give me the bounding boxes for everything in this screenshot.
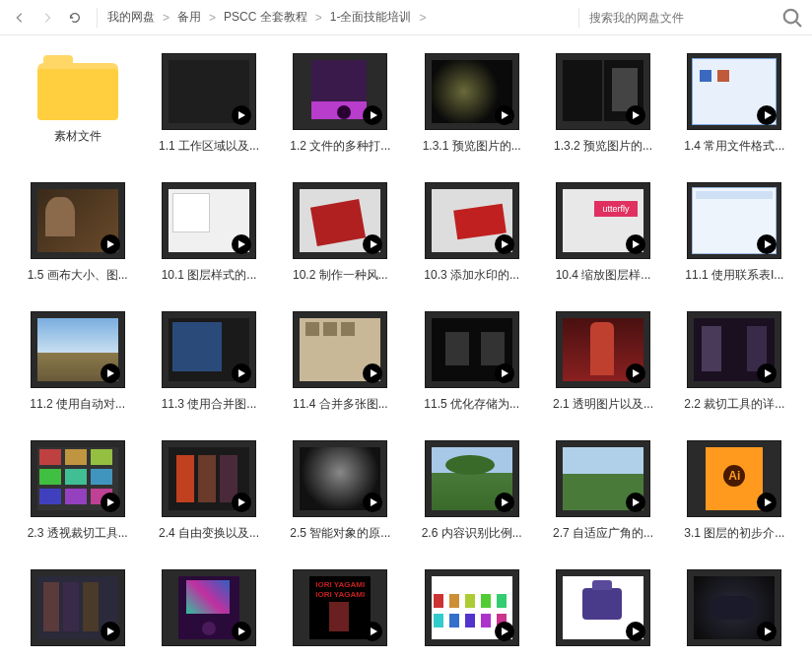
- breadcrumb-item[interactable]: 1-全面技能培训: [330, 9, 412, 26]
- item-label: 10.2 制作一种风...: [286, 267, 394, 284]
- video-thumbnail[interactable]: Ai: [687, 440, 781, 517]
- video-thumbnail[interactable]: [425, 53, 519, 130]
- play-icon: [626, 105, 645, 125]
- nav-back-button[interactable]: [8, 6, 32, 30]
- video-thumbnail[interactable]: [162, 53, 256, 130]
- play-icon: [495, 622, 514, 641]
- refresh-button[interactable]: [63, 6, 87, 30]
- video-item[interactable]: 1.5 画布大小、图...: [20, 182, 135, 284]
- video-item[interactable]: 2.1 透明图片以及...: [545, 311, 660, 413]
- item-label: 1.5 画布大小、图...: [24, 267, 132, 284]
- video-thumbnail[interactable]: [556, 440, 650, 517]
- video-thumbnail[interactable]: [31, 569, 125, 646]
- search-input[interactable]: [589, 11, 777, 25]
- play-icon: [626, 363, 645, 383]
- item-label: 1.2 文件的多种打...: [286, 138, 394, 155]
- play-icon: [626, 622, 645, 641]
- video-item[interactable]: 1.3.2 预览图片的...: [545, 53, 660, 155]
- video-thumbnail[interactable]: [556, 53, 650, 130]
- folder-icon[interactable]: [37, 53, 118, 120]
- item-label: 2.4 自由变换以及...: [155, 525, 263, 542]
- breadcrumb-item[interactable]: 我的网盘: [107, 9, 155, 26]
- play-icon: [232, 622, 251, 641]
- video-thumbnail[interactable]: [293, 182, 387, 259]
- video-thumbnail[interactable]: [425, 311, 519, 388]
- breadcrumb-item[interactable]: 备用: [177, 9, 201, 26]
- folder-item[interactable]: 素材文件: [20, 53, 135, 155]
- svg-point-0: [784, 9, 798, 23]
- search-button[interactable]: [780, 6, 804, 30]
- video-item[interactable]: 1.4 常用文件格式...: [677, 53, 792, 155]
- item-label: 2.5 智能对象的原...: [286, 525, 394, 542]
- chevron-right-icon: >: [419, 11, 426, 25]
- video-item[interactable]: 2.2 裁切工具的详...: [677, 311, 792, 413]
- video-thumbnail[interactable]: [162, 182, 256, 259]
- video-thumbnail[interactable]: utterfly: [556, 182, 650, 259]
- video-thumbnail[interactable]: [687, 182, 781, 259]
- video-thumbnail[interactable]: [556, 569, 650, 646]
- video-item[interactable]: 1.1 工作区域以及...: [151, 53, 266, 155]
- nav-forward-button[interactable]: [35, 6, 59, 30]
- video-item[interactable]: 10.3 添加水印的...: [414, 182, 529, 284]
- item-label: 11.1 使用联系表I...: [680, 267, 788, 284]
- video-item[interactable]: 2.7 自适应广角的...: [545, 440, 660, 542]
- video-thumbnail[interactable]: [162, 569, 256, 646]
- video-item[interactable]: 2.5 智能对象的原...: [283, 440, 398, 542]
- video-thumbnail[interactable]: [687, 569, 781, 646]
- video-thumbnail[interactable]: [293, 53, 387, 130]
- video-item[interactable]: 11.1 使用联系表I...: [677, 182, 792, 284]
- video-item[interactable]: 11.2 使用自动对...: [20, 311, 135, 413]
- play-icon: [232, 363, 251, 383]
- video-thumbnail[interactable]: [162, 311, 256, 388]
- item-label: 10.4 缩放图层样...: [549, 267, 657, 284]
- video-item[interactable]: 2.6 内容识别比例...: [414, 440, 529, 542]
- video-item[interactable]: 10.1 图层样式的...: [151, 182, 266, 284]
- video-item[interactable]: [414, 569, 529, 654]
- chevron-right-icon: >: [315, 11, 322, 25]
- play-icon: [101, 234, 120, 254]
- video-thumbnail[interactable]: [687, 53, 781, 130]
- item-label: 11.2 使用自动对...: [24, 396, 132, 413]
- video-thumbnail[interactable]: [31, 311, 125, 388]
- video-item[interactable]: 11.3 使用合并图...: [151, 311, 266, 413]
- video-thumbnail[interactable]: [162, 440, 256, 517]
- video-item[interactable]: 11.5 优化存储为...: [414, 311, 529, 413]
- video-item[interactable]: 2.3 透视裁切工具...: [20, 440, 135, 542]
- video-thumbnail[interactable]: [293, 311, 387, 388]
- item-label: 1.4 常用文件格式...: [680, 138, 788, 155]
- item-label: 11.5 优化存储为...: [418, 396, 526, 413]
- play-icon: [232, 234, 251, 254]
- item-label: 2.3 透视裁切工具...: [24, 525, 132, 542]
- chevron-right-icon: >: [209, 11, 216, 25]
- item-label: 1.3.2 预览图片的...: [549, 138, 657, 155]
- video-thumbnail[interactable]: [425, 182, 519, 259]
- play-icon: [626, 493, 645, 512]
- video-thumbnail[interactable]: IORI YAGAMIIORI YAGAMI: [293, 569, 387, 646]
- video-item[interactable]: [545, 569, 660, 654]
- item-label: 11.4 合并多张图...: [286, 396, 394, 413]
- video-item[interactable]: 1.2 文件的多种打...: [283, 53, 398, 155]
- video-item[interactable]: [677, 569, 792, 654]
- video-item[interactable]: utterfly10.4 缩放图层样...: [545, 182, 660, 284]
- item-label: 10.1 图层样式的...: [155, 267, 263, 284]
- video-item[interactable]: 10.2 制作一种风...: [283, 182, 398, 284]
- play-icon: [101, 493, 120, 512]
- video-item[interactable]: [20, 569, 135, 654]
- video-item[interactable]: IORI YAGAMIIORI YAGAMI: [283, 569, 398, 654]
- video-thumbnail[interactable]: [31, 440, 125, 517]
- video-thumbnail[interactable]: [31, 182, 125, 259]
- video-item[interactable]: 2.4 自由变换以及...: [151, 440, 266, 542]
- video-thumbnail[interactable]: [293, 440, 387, 517]
- video-thumbnail[interactable]: [687, 311, 781, 388]
- video-thumbnail[interactable]: [425, 569, 519, 646]
- video-item[interactable]: Ai3.1 图层的初步介...: [677, 440, 792, 542]
- search-container: [589, 11, 777, 25]
- breadcrumb-item[interactable]: PSCC 全套教程: [224, 9, 307, 26]
- video-thumbnail[interactable]: [556, 311, 650, 388]
- video-thumbnail[interactable]: [425, 440, 519, 517]
- play-icon: [101, 363, 120, 383]
- video-item[interactable]: [151, 569, 266, 654]
- video-item[interactable]: 11.4 合并多张图...: [283, 311, 398, 413]
- play-icon: [101, 622, 120, 641]
- video-item[interactable]: 1.3.1 预览图片的...: [414, 53, 529, 155]
